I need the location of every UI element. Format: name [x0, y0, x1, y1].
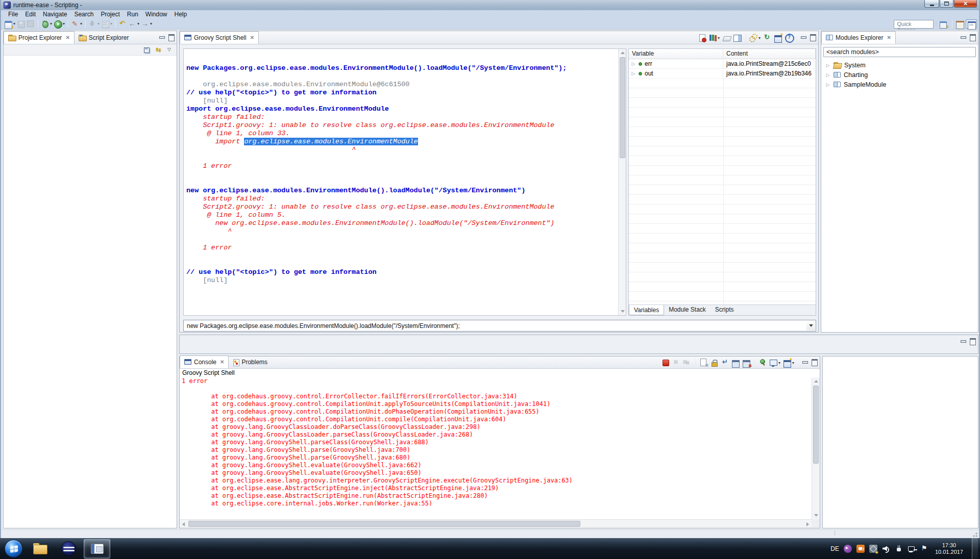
window-maximize-button[interactable] — [940, 0, 953, 8]
run-external-tools-icon[interactable] — [70, 19, 80, 29]
shell-input-combo[interactable]: new Packages.org.eclipse.ease.modules.En… — [183, 320, 816, 332]
collapse-all-icon[interactable] — [143, 46, 151, 54]
word-wrap-icon[interactable] — [720, 358, 730, 367]
column-header-variable[interactable]: Variable — [629, 49, 723, 59]
close-tab-icon[interactable]: ✕ — [250, 35, 254, 40]
open-console-icon[interactable] — [782, 358, 792, 367]
clear-shell-icon[interactable] — [722, 33, 731, 42]
minimize-view-button[interactable] — [159, 34, 164, 40]
close-tab-icon[interactable]: ✕ — [220, 359, 224, 365]
modules-search-input[interactable]: <search modules> — [823, 47, 976, 57]
java-tray-icon[interactable] — [856, 545, 865, 553]
scroll-up-icon[interactable] — [814, 380, 818, 383]
shell-vertical-scrollbar[interactable] — [618, 49, 626, 315]
resize-grip[interactable] — [971, 531, 977, 537]
show-stdout-icon[interactable] — [731, 358, 741, 367]
scroll-left-icon[interactable] — [182, 522, 185, 526]
menu-item-navigate[interactable]: Navigate — [39, 10, 70, 18]
console-horizontal-scrollbar[interactable] — [180, 519, 812, 528]
window-minimize-button[interactable] — [924, 0, 939, 8]
scroll-up-icon[interactable] — [621, 52, 625, 54]
titlebar[interactable]: runtime-ease - Scripting - ✕ — [1, 0, 979, 10]
expander-icon[interactable]: ▷ — [631, 71, 636, 76]
show-stderr-icon[interactable] — [742, 358, 751, 367]
maximize-view-button[interactable] — [168, 34, 174, 40]
terminate-script-icon[interactable] — [697, 33, 707, 42]
module-libraries-icon[interactable] — [708, 33, 718, 42]
tray-app-icon[interactable] — [844, 545, 852, 553]
close-tab-icon[interactable]: ✕ — [65, 35, 69, 40]
forward-icon[interactable] — [140, 19, 150, 29]
tab-script-explorer[interactable]: ▸Script Explorer — [75, 31, 133, 44]
dropdown-arrow-icon[interactable]: ▾ — [137, 21, 139, 26]
menu-item-file[interactable]: File — [5, 10, 21, 18]
variables-table-header[interactable]: Variable Content — [629, 49, 816, 59]
dropdown-arrow-icon[interactable]: ▾ — [50, 21, 52, 26]
debug-icon[interactable] — [40, 19, 50, 29]
combo-dropdown-icon[interactable] — [806, 321, 815, 331]
module-item-samplemodule[interactable]: ▷SampleModule — [821, 80, 978, 89]
scroll-down-icon[interactable] — [621, 310, 625, 313]
virtualbox-tray-icon[interactable] — [869, 545, 877, 553]
link-editor-icon[interactable] — [155, 46, 163, 54]
expander-icon[interactable]: ▷ — [825, 72, 830, 78]
view-menu-icon[interactable] — [167, 46, 174, 54]
console-output-area[interactable]: 1 error at org.codehaus.groovy.control.E… — [180, 377, 812, 519]
maximize-view-button[interactable] — [812, 359, 817, 365]
start-button[interactable] — [5, 540, 22, 557]
clock[interactable]: 17:30 10.01.2017 — [933, 542, 967, 555]
clear-console-icon[interactable] — [699, 358, 708, 367]
tab-groovy-script-shell[interactable]: Groovy Script Shell ✕ — [180, 31, 259, 44]
terminate-icon[interactable] — [661, 358, 671, 367]
expander-icon[interactable]: ▷ — [631, 61, 636, 66]
pin-console-icon[interactable] — [758, 358, 768, 367]
dropdown-arrow-icon[interactable]: ▾ — [150, 21, 152, 26]
dropdown-arrow-icon[interactable]: ▾ — [80, 21, 82, 26]
scroll-lock-icon[interactable] — [709, 358, 719, 367]
module-item-system[interactable]: ▷System — [821, 60, 978, 70]
taskbar-item-eclipse[interactable] — [55, 539, 82, 558]
minimize-view-button[interactable] — [960, 34, 966, 40]
last-edit-location-icon[interactable] — [118, 19, 128, 29]
show-desktop-button[interactable] — [972, 538, 978, 559]
language-indicator[interactable]: DE — [830, 545, 839, 552]
minimize-view-button[interactable] — [800, 34, 806, 40]
dropdown-arrow-icon[interactable]: ▾ — [758, 36, 761, 40]
close-tab-icon[interactable]: ✕ — [887, 35, 891, 40]
window-close-button[interactable]: ✕ — [954, 0, 977, 8]
quick-access-input[interactable]: Quick Access — [894, 20, 934, 29]
dropdown-arrow-icon[interactable]: ▾ — [718, 36, 720, 40]
open-shell-icon[interactable] — [773, 33, 783, 42]
column-header-content[interactable]: Content — [723, 49, 816, 59]
minimize-view-button[interactable] — [960, 338, 966, 344]
menu-item-window[interactable]: Window — [142, 10, 171, 18]
dropdown-arrow-icon[interactable]: ▾ — [63, 21, 65, 26]
power-icon[interactable] — [895, 545, 903, 553]
tab-console[interactable]: Console✕ — [180, 355, 229, 368]
new-wizard-icon[interactable] — [4, 19, 13, 29]
dropdown-arrow-icon[interactable]: ▾ — [778, 361, 780, 365]
maximize-view-button[interactable] — [970, 34, 975, 40]
scroll-thumb[interactable] — [813, 386, 819, 464]
volume-icon[interactable] — [882, 545, 890, 553]
menu-item-project[interactable]: Project — [97, 10, 123, 18]
back-icon[interactable] — [128, 19, 137, 29]
subtab-module-stack[interactable]: Module Stack — [664, 305, 710, 315]
taskbar-item-active-window[interactable] — [84, 539, 110, 558]
shell-output-area[interactable]: new Packages.org.eclipse.ease.modules.En… — [183, 48, 626, 316]
scroll-thumb[interactable] — [188, 521, 580, 527]
java-perspective-button[interactable] — [954, 19, 966, 29]
taskbar-item-explorer[interactable] — [27, 539, 53, 558]
menu-item-search[interactable]: Search — [70, 10, 97, 18]
subtab-variables[interactable]: Variables — [629, 305, 664, 315]
maximize-view-button[interactable] — [810, 34, 816, 40]
scripting-perspective-button[interactable] — [966, 19, 977, 29]
variable-row-err[interactable]: ▷errjava.io.PrintStream@215c6ec0 — [629, 59, 816, 69]
variable-row-out[interactable]: ▷outjava.io.PrintStream@2b19b346 — [629, 69, 816, 79]
scroll-right-icon[interactable] — [806, 522, 809, 526]
action-center-flag-icon[interactable] — [920, 545, 928, 553]
console-vertical-scrollbar[interactable] — [812, 377, 820, 519]
menu-item-run[interactable]: Run — [124, 10, 142, 18]
display-console-icon[interactable] — [769, 358, 778, 367]
module-item-charting[interactable]: ▷Charting — [821, 70, 978, 80]
